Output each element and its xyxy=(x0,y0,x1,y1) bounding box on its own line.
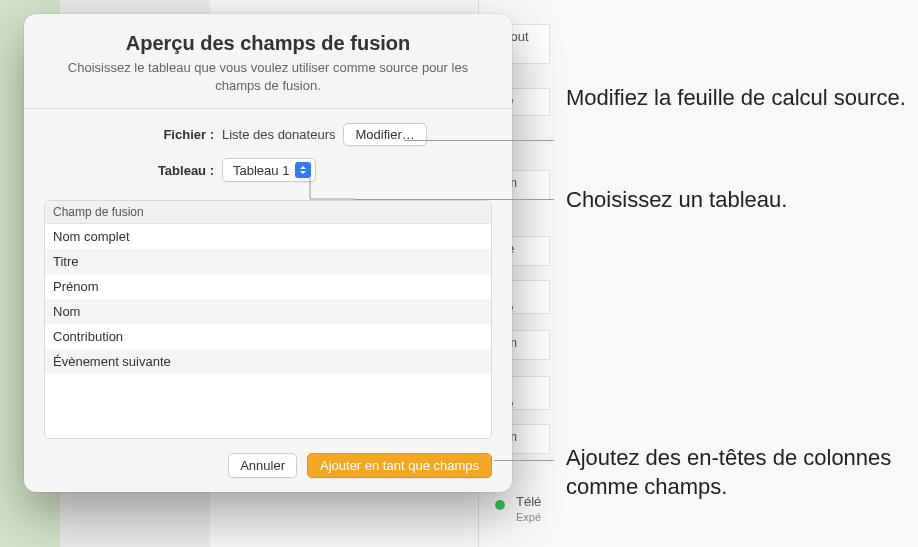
fields-table: Champ de fusion Nom completTitrePrénomNo… xyxy=(44,200,492,439)
dialog-footer: Annuler Ajouter en tant que champs xyxy=(44,453,492,478)
bg-fragment: TéléExpé xyxy=(508,490,568,530)
dialog-title: Aperçu des champs de fusion xyxy=(44,32,492,55)
status-dot xyxy=(495,500,505,510)
column-header: Champ de fusion xyxy=(45,201,491,224)
leader-line xyxy=(494,460,554,461)
table-row[interactable]: Évènement suivante xyxy=(45,349,491,374)
leader-line xyxy=(404,140,554,141)
file-value: Liste des donateurs xyxy=(222,127,335,142)
callout-choose-table: Choisissez un tableau. xyxy=(566,186,787,215)
table-select[interactable]: Tableau 1 xyxy=(222,158,316,182)
table-select-value: Tableau 1 xyxy=(233,163,289,178)
table-row: Tableau : Tableau 1 xyxy=(44,158,492,182)
table-row[interactable]: Nom complet xyxy=(45,224,491,249)
callout-add-headers: Ajoutez des en-têtes de colonnes comme c… xyxy=(566,444,918,501)
leader-line xyxy=(354,199,554,200)
merge-fields-dialog: Aperçu des champs de fusion Choisissez l… xyxy=(24,14,512,492)
add-as-fields-button[interactable]: Ajouter en tant que champs xyxy=(307,453,492,478)
table-row[interactable]: Nom xyxy=(45,299,491,324)
cancel-button[interactable]: Annuler xyxy=(228,453,297,478)
file-row: Fichier : Liste des donateurs Modifier… xyxy=(44,123,492,146)
table-row[interactable]: Prénom xyxy=(45,274,491,299)
table-row[interactable]: Contribution xyxy=(45,324,491,349)
chevron-updown-icon xyxy=(295,162,311,178)
table-label: Tableau : xyxy=(44,163,214,178)
leader-line xyxy=(310,178,360,202)
divider xyxy=(24,108,512,109)
modify-button[interactable]: Modifier… xyxy=(343,123,426,146)
file-label: Fichier : xyxy=(44,127,214,142)
dialog-subtitle: Choisissez le tableau que vous voulez ut… xyxy=(44,59,492,94)
table-row[interactable]: Titre xyxy=(45,249,491,274)
callout-modify-source: Modifiez la feuille de calcul source. xyxy=(566,84,906,113)
